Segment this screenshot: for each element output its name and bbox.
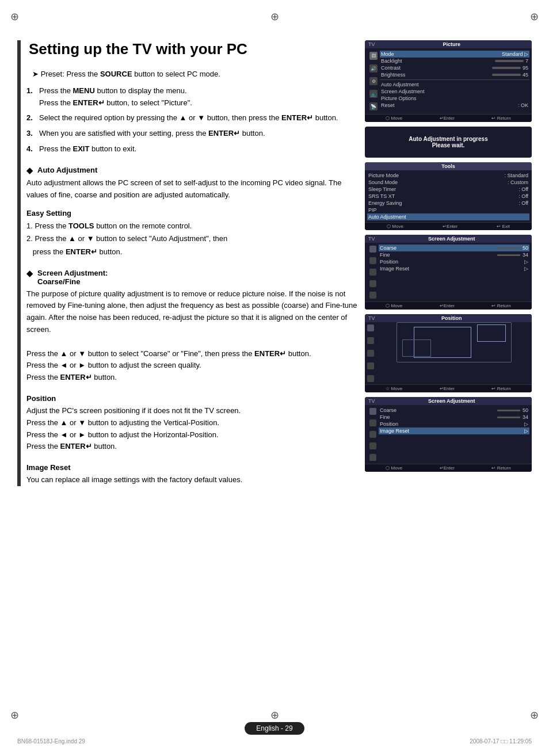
tv-picture-body: 🖼 🔊 ⚙ 📺 📡 Mode Standard ▷ Backlight [365,48,532,114]
pos-small-rect-bl [402,339,431,357]
sa1-footer: ⬡ Move ↵Enter ↩ Return [365,301,532,310]
menu-item-brightness: Brightness 45 [380,71,529,78]
tv-label-picture: TV [368,41,375,47]
sa2-item-image-reset: Image Reset ▷ [379,427,529,434]
auto-adj-line1: Auto Adjustment in progress [371,136,526,142]
sidebar-icon-2: 🔊 [369,64,378,72]
auto-adjustment-title: ◆ Auto Adjustment [26,166,359,175]
sa1-menu: Coarse 50 Fine 34 [379,245,529,300]
page-title: Setting up the TV with your PC [26,40,359,58]
menu-item-backlight: Backlight 7 [380,58,529,64]
tools-item-picture-mode: Picture Mode : Standard [368,172,528,179]
position-panel: TV Position [365,314,532,392]
sa2-header: TV Screen Adjustment [365,397,532,405]
left-accent-bar [17,40,21,486]
screen-adjustment-section: ◆ Screen Adjustment:Coarse/Fine The purp… [26,269,359,384]
pos-main [376,322,532,362]
menu-item-picture-opts: Picture Options [380,95,529,102]
crosshair-tc-icon: ⊕ [270,10,279,23]
auto-adjustment-body: Auto adjustment allows the PC screen of … [26,177,359,201]
easy-step-1: 1. Press the TOOLS button on the remote … [26,220,359,232]
step-1-text: Press the MENU button to display the men… [39,85,359,109]
page-number-label: English - 29 [256,724,292,732]
step-4: 4. Press the EXIT button to exit. [26,143,359,155]
tv-picture-menu: Mode Standard ▷ Backlight 7 Contrast [380,51,529,112]
pos-sidebar [365,322,376,384]
step-2: 2. Select the required option by pressin… [26,112,359,124]
step-1-num: 1. [26,85,36,109]
menu-item-mode: Mode Standard ▷ [380,51,529,58]
auto-adjustment-section: ◆ Auto Adjustment Auto adjustment allows… [26,166,359,258]
tools-footer: ⬡ Move ↵Enter ↩ Exit [365,222,532,230]
image-reset-section: Image Reset You can replace all image se… [26,463,359,486]
sa2-footer: ⬡ Move ↵Enter ↩ Return [365,464,532,472]
position-title: Position [26,394,359,403]
step-3-num: 3. [26,128,36,140]
preset-line: ➤ Preset: Press the SOURCE button to sel… [26,68,359,81]
screen-adj-heading: Screen Adjustment:Coarse/Fine [37,269,108,286]
step-2-text: Select the required option by pressing t… [39,112,359,124]
step-3-text: When you are satisfied with your setting… [39,128,359,140]
image-reset-title: Image Reset [26,463,359,472]
crosshair-tr-icon: ⊕ [530,10,539,23]
crosshair-tl-icon: ⊕ [10,10,19,23]
sa1-item-coarse: Coarse 50 [379,245,529,251]
screen-adj-title: ◆ Screen Adjustment:Coarse/Fine [26,269,359,286]
tools-item-sleep-timer: Sleep Timer : Off [368,186,528,193]
tv-picture-sidebar: 🖼 🔊 ⚙ 📺 📡 [367,51,380,112]
step-4-text: Press the EXIT button to exit. [39,143,359,155]
sidebar-icon-4: 📺 [369,90,378,98]
tools-item-energy: Energy Saving : Off [368,200,528,207]
crosshair-bc-icon: ⊕ [270,709,279,721]
pos-diagram [396,322,512,362]
pos-content [365,322,532,384]
picture-panel-title: Picture [443,41,461,47]
pos-footer: ☆ Move ↵Enter ↩ Return [365,384,532,392]
sa1-item-image-reset: Image Reset ▷ [379,265,529,272]
sa2-body: Coarse 50 Fine 34 [365,405,532,464]
pos-header: TV Position [365,314,532,322]
main-text-content: Setting up the TV with your PC ➤ Preset:… [26,40,365,486]
menu-item-screen-adj: Screen Adjustment [380,88,529,95]
easy-step-2: 2. Press the ▲ or ▼ button to select "Au… [26,232,359,258]
step-2-num: 2. [26,112,36,124]
crosshair-bl-icon: ⊕ [10,709,19,721]
auto-adj-line2: Please wait. [371,142,526,148]
tools-item-pip: PIP [368,207,528,213]
arrow-sym: ➤ [32,70,41,78]
step-3: 3. When you are satisfied with your sett… [26,128,359,140]
sidebar-icon-3: ⚙ [369,77,378,85]
preset-text: Preset: Press the SOURCE button to selec… [41,70,220,78]
tv-picture-footer: ⬡ Move ↵Enter ↩ Return [365,114,532,122]
tools-body: Picture Mode : Standard Sound Mode : Cus… [365,170,532,222]
tools-panel: Tools Picture Mode : Standard Sound Mode… [365,162,532,230]
page-container: ⊕ ⊕ ⊕ ⊕ ⊕ ⊕ Setting up the TV with your … [0,0,549,756]
content-area: Setting up the TV with your PC ➤ Preset:… [17,40,532,486]
tv-picture-panel: TV Picture 🖼 🔊 ⚙ 📺 📡 Mode [365,40,532,122]
sidebar-icon-1: 🖼 [369,52,378,60]
screen-adj-panel-1: TV Screen Adjustment Coarse [365,235,532,310]
sa2-item-position: Position ▷ [379,421,529,427]
screen-adj-panel-2: TV Screen Adjustment Coarse [365,397,532,472]
menu-item-reset: Reset : OK [380,102,529,109]
tv-picture-header: TV Picture [365,40,532,48]
screen-adj-body: The purpose of picture quality adjustmen… [26,288,359,384]
date-info: 2008-07-17 □□ 11:29:05 [470,738,532,744]
tools-item-srs: SRS TS XT : Off [368,193,528,200]
auto-adj-dialog: Auto Adjustment in progress Please wait. [365,127,532,158]
easy-setting-title: Easy Setting [26,209,359,217]
sa1-body: Coarse 50 Fine 34 [365,243,532,301]
step-4-num: 4. [26,143,36,155]
menu-item-auto-adj: Auto Adjustment [380,81,529,88]
right-panels: TV Picture 🖼 🔊 ⚙ 📺 📡 Mode [365,40,532,486]
image-reset-body: You can replace all image settings with … [26,474,359,486]
sa2-menu: Coarse 50 Fine 34 [379,407,529,462]
position-section: Position Adjust the PC's screen position… [26,394,359,453]
page-footer: English - 29 BN68-01518J-Eng.indd 29 200… [0,722,549,744]
sa1-item-position: Position ▷ [379,258,529,265]
pos-small-rect-tr [477,324,506,342]
sa2-item-fine: Fine 34 [379,414,529,421]
step-1: 1. Press the MENU button to display the … [26,85,359,109]
sa1-item-fine: Fine 34 [379,251,529,258]
position-body: Adjust the PC's screen positioning if it… [26,405,359,453]
